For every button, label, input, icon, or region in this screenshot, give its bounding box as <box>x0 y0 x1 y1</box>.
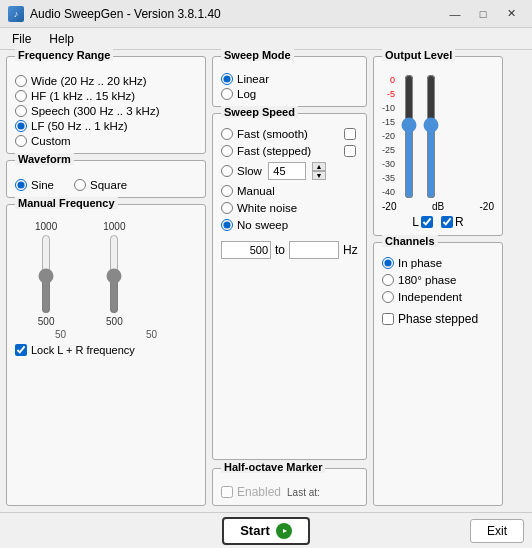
sweep-log-radio[interactable] <box>221 88 233 100</box>
right-channel-text: R <box>455 215 464 229</box>
bottom-bar: Start Exit <box>0 512 532 548</box>
channel-in-phase-radio[interactable] <box>382 257 394 269</box>
waveform-options: Sine Square <box>15 179 197 191</box>
half-octave-enabled-cb[interactable] <box>221 486 233 498</box>
sweep-log[interactable]: Log <box>221 88 358 100</box>
start-icon <box>276 523 292 539</box>
speed-white-noise-radio[interactable] <box>221 202 233 214</box>
channel-in-phase[interactable]: In phase <box>382 257 494 269</box>
sweep-from-input[interactable] <box>221 241 271 259</box>
speed-manual-radio[interactable] <box>221 185 233 197</box>
freq-slider-left-bottom: 500 <box>38 316 55 327</box>
sweep-linear[interactable]: Linear <box>221 73 358 85</box>
speed-fast-smooth[interactable]: Fast (smooth) <box>221 128 308 140</box>
sweep-mode-options: Linear Log <box>221 73 358 100</box>
phase-stepped-cb[interactable] <box>382 313 394 325</box>
left-channel-cb[interactable] <box>421 216 433 228</box>
freq-range-lf-radio[interactable] <box>15 120 27 132</box>
start-button[interactable]: Start <box>222 517 310 545</box>
speed-fast-smooth-row: Fast (smooth) <box>221 128 358 140</box>
speed-fast-stepped-row: Fast (stepped) <box>221 145 358 157</box>
waveform-title: Waveform <box>15 153 74 165</box>
freq-range-hf[interactable]: HF (1 kHz .. 15 kHz) <box>15 90 197 102</box>
freq-val-right: 50 <box>146 329 157 340</box>
waveform-square[interactable]: Square <box>74 179 127 191</box>
start-label: Start <box>240 523 270 538</box>
sweep-mode-panel: Sweep Mode Linear Log <box>212 56 367 107</box>
speed-fast-stepped-cb[interactable] <box>344 145 356 157</box>
freq-range-speech[interactable]: Speech (300 Hz .. 3 kHz) <box>15 105 197 117</box>
half-octave-enabled-label[interactable]: Enabled <box>221 485 281 499</box>
start-play-icon <box>279 526 289 536</box>
title-bar: ♪ Audio SweepGen - Version 3.8.1.40 — □ … <box>0 0 532 28</box>
mid-column: Sweep Mode Linear Log Sweep Speed <box>212 56 367 506</box>
menu-help[interactable]: Help <box>41 30 82 48</box>
waveform-square-radio[interactable] <box>74 179 86 191</box>
lock-lr-checkbox[interactable] <box>15 344 27 356</box>
speed-white-noise[interactable]: White noise <box>221 202 358 214</box>
half-octave-marker-panel: Half-octave Marker Enabled Last at: <box>212 468 367 506</box>
freq-range-wide-radio[interactable] <box>15 75 27 87</box>
freq-range-speech-radio[interactable] <box>15 105 27 117</box>
left-channel-label[interactable]: L <box>412 215 433 229</box>
lock-row: Lock L + R frequency <box>15 344 197 356</box>
waveform-sine[interactable]: Sine <box>15 179 54 191</box>
freq-range-custom-radio[interactable] <box>15 135 27 147</box>
freq-slider-right-bottom: 500 <box>106 316 123 327</box>
sweep-to-label: to <box>275 243 285 257</box>
exit-button[interactable]: Exit <box>470 519 524 543</box>
level-slider-left[interactable] <box>399 74 419 199</box>
freq-val-left: 50 <box>55 329 66 340</box>
speed-fast-smooth-radio[interactable] <box>221 128 233 140</box>
freq-range-lf[interactable]: LF (50 Hz .. 1 kHz) <box>15 120 197 132</box>
left-column: Frequency Range Wide (20 Hz .. 20 kHz) H… <box>6 56 206 506</box>
left-channel-text: L <box>412 215 419 229</box>
speed-no-sweep-radio[interactable] <box>221 219 233 231</box>
slow-spinner-up[interactable]: ▲ <box>312 162 326 171</box>
right-channel-label[interactable]: R <box>441 215 464 229</box>
channel-independent-radio[interactable] <box>382 291 394 303</box>
speed-slow-radio[interactable] <box>221 165 233 177</box>
freq-slider-right-input[interactable] <box>104 234 124 314</box>
speed-fast-smooth-cb[interactable] <box>344 128 356 140</box>
sweep-hz-label: Hz <box>343 243 358 257</box>
speed-fast-stepped-radio[interactable] <box>221 145 233 157</box>
speed-fast-stepped[interactable]: Fast (stepped) <box>221 145 311 157</box>
speed-no-sweep[interactable]: No sweep <box>221 219 358 231</box>
level-scale: 0 -5 -10 -15 -20 -25 -30 -35 -40 <box>382 73 395 199</box>
freq-range-wide[interactable]: Wide (20 Hz .. 20 kHz) <box>15 75 197 87</box>
channel-180-phase-radio[interactable] <box>382 274 394 286</box>
speed-manual[interactable]: Manual <box>221 185 358 197</box>
minimize-button[interactable]: — <box>442 5 468 23</box>
close-button[interactable]: ✕ <box>498 5 524 23</box>
app-title: Audio SweepGen - Version 3.8.1.40 <box>30 7 221 21</box>
freq-sliders-row: 1000 500 1000 500 <box>15 221 197 327</box>
phase-stepped-label: Phase stepped <box>398 312 478 326</box>
maximize-button[interactable]: □ <box>470 5 496 23</box>
menu-file[interactable]: File <box>4 30 39 48</box>
phase-stepped-row: Phase stepped <box>382 312 494 326</box>
freq-slider-left-top: 1000 <box>35 221 57 232</box>
freq-slider-right-top: 1000 <box>103 221 125 232</box>
half-octave-title: Half-octave Marker <box>221 461 325 473</box>
freq-range-custom[interactable]: Custom <box>15 135 197 147</box>
slow-spinner-down[interactable]: ▼ <box>312 171 326 180</box>
frequency-range-options: Wide (20 Hz .. 20 kHz) HF (1 kHz .. 15 k… <box>15 75 197 147</box>
right-db-value: -20 <box>480 201 494 212</box>
freq-slider-right: 1000 500 <box>103 221 125 327</box>
channel-180-phase[interactable]: 180° phase <box>382 274 494 286</box>
speed-slow-row: Slow 45 ▲ ▼ <box>221 162 358 180</box>
channel-independent[interactable]: Independent <box>382 291 494 303</box>
sweep-linear-radio[interactable] <box>221 73 233 85</box>
channels-options: In phase 180° phase Independent Phase st… <box>382 257 494 326</box>
waveform-panel: Waveform Sine Square <box>6 160 206 198</box>
sweep-to-input[interactable] <box>289 241 339 259</box>
level-slider-right[interactable] <box>421 74 441 199</box>
waveform-sine-radio[interactable] <box>15 179 27 191</box>
slow-value-input[interactable]: 45 <box>268 162 306 180</box>
speed-slow[interactable]: Slow <box>221 165 262 177</box>
freq-range-hf-radio[interactable] <box>15 90 27 102</box>
output-level-display: 0 -5 -10 -15 -20 -25 -30 -35 -40 <box>382 73 494 199</box>
right-channel-cb[interactable] <box>441 216 453 228</box>
freq-slider-left-input[interactable] <box>36 234 56 314</box>
